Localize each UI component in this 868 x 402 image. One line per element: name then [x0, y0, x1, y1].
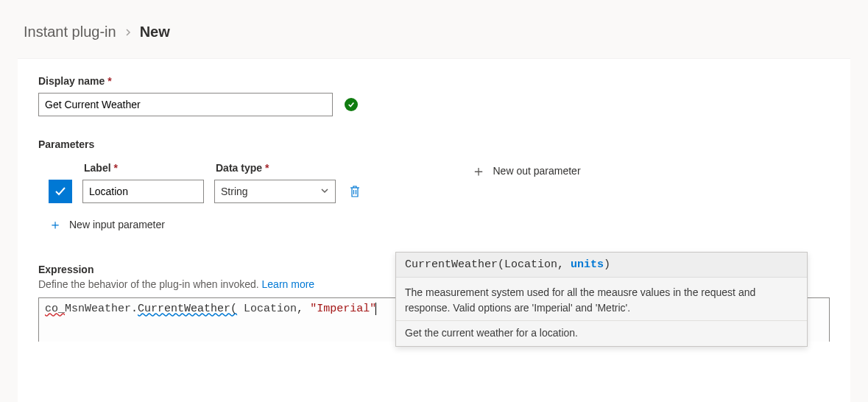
intellisense-param-help: The measurement system used for all the … [396, 278, 807, 320]
chevron-right-icon [124, 24, 133, 40]
required-asterisk: * [107, 75, 111, 87]
breadcrumb-current: New [140, 24, 170, 40]
new-out-parameter-button[interactable]: ＋ New out parameter [471, 163, 830, 178]
intellisense-method-help: Get the current weather for a location. [396, 320, 807, 346]
chevron-down-icon [320, 186, 329, 197]
param-label-input[interactable] [82, 180, 204, 203]
new-input-parameter-button[interactable]: ＋ New input parameter [49, 214, 398, 236]
intellisense-signature: CurrentWeather(Location, units) [396, 253, 807, 278]
parameters-section-title: Parameters [38, 138, 830, 150]
param-datatype-header: Data type * [216, 162, 337, 174]
plus-icon: ＋ [49, 218, 62, 231]
param-label-header: Label * [84, 162, 205, 174]
breadcrumb-parent[interactable]: Instant plug-in [24, 24, 116, 40]
valid-check-icon [345, 98, 358, 111]
param-datatype-select[interactable]: String [214, 180, 336, 203]
breadcrumb: Instant plug-in New [0, 0, 868, 58]
delete-param-button[interactable] [346, 180, 364, 203]
main-panel: Display name * Parameters Label * Data t… [18, 58, 850, 402]
display-name-label: Display name * [38, 75, 830, 87]
param-checkbox[interactable] [49, 180, 72, 203]
intellisense-tooltip: CurrentWeather(Location, units) The meas… [395, 252, 808, 347]
learn-more-link[interactable]: Learn more [262, 278, 315, 290]
param-datatype-value: String [221, 186, 248, 197]
display-name-input[interactable] [38, 93, 333, 116]
plus-icon: ＋ [471, 163, 486, 178]
param-row: String [49, 180, 398, 203]
